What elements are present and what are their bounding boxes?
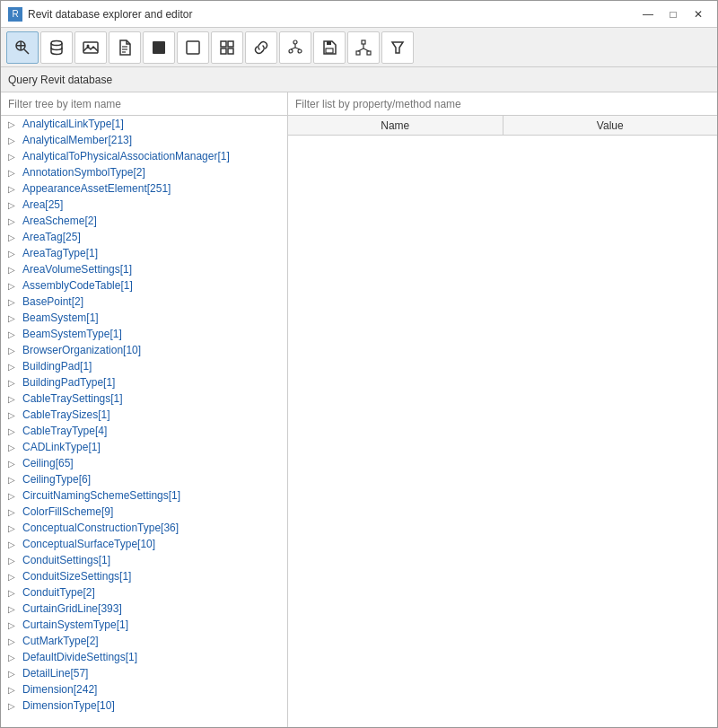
tree-item-label: CutMarkType (22, 635, 86, 647)
tree-item-label: AnalyticalToPhysicalAssociationManager (22, 150, 217, 162)
tree-item[interactable]: ▷Dimension [242] (1, 681, 287, 697)
tree-item[interactable]: ▷CeilingType [6] (1, 471, 287, 487)
tree-item[interactable]: ▷ConduitType [2] (1, 584, 287, 601)
tree-item[interactable]: ▷ConduitSizeSettings [1] (1, 568, 287, 584)
tree-item-label: BrowserOrganization (22, 344, 123, 356)
tree-item-count: [1] (217, 150, 229, 162)
square-icon (184, 39, 202, 57)
tree-item-expand-icon: ▷ (8, 168, 19, 178)
tree-item-expand-icon: ▷ (8, 297, 19, 307)
toolbar-tree-button[interactable] (279, 31, 311, 64)
tree-item-label: BasePoint (22, 295, 72, 308)
tree-filter-input[interactable] (1, 92, 287, 115)
toolbar-link-button[interactable] (245, 31, 277, 64)
tree-item[interactable]: ▷AnalyticalToPhysicalAssociationManager … (1, 148, 287, 164)
tree-item[interactable]: ▷DimensionType [10] (1, 697, 287, 714)
tree-item-count: [1] (88, 441, 100, 453)
tree-item-label: Ceiling (22, 457, 56, 469)
tree-item-expand-icon: ▷ (8, 281, 19, 291)
tree-item[interactable]: ▷Ceiling [65] (1, 455, 287, 471)
tree-item[interactable]: ▷ConceptualConstructionType [36] (1, 520, 287, 536)
tree-item-expand-icon: ▷ (8, 265, 19, 275)
tree-item[interactable]: ▷CurtainSystemType [1] (1, 617, 287, 633)
tree-item[interactable]: ▷CableTraySizes [1] (1, 407, 287, 423)
maximize-button[interactable]: □ (661, 5, 685, 23)
tree-item-expand-icon: ▷ (8, 362, 19, 372)
tree-item[interactable]: ▷BeamSystem [1] (1, 310, 287, 326)
document-icon (116, 39, 134, 57)
tree-item-count: [25] (63, 231, 81, 243)
filter-left (1, 92, 288, 115)
tree-panel[interactable]: ▷AnalyticalLinkType [1]▷AnalyticalMember… (1, 116, 288, 727)
tree-item[interactable]: ▷BeamSystemType [1] (1, 326, 287, 342)
tree-item-label: ConduitSizeSettings (22, 570, 119, 583)
tree-item-count: [1] (109, 328, 121, 340)
svg-point-4 (51, 40, 62, 45)
search-icon (13, 39, 31, 57)
tree-item-expand-icon: ▷ (8, 426, 19, 436)
tree-item[interactable]: ▷AnnotationSymbolType [2] (1, 164, 287, 180)
tree-item[interactable]: ▷AreaTag [25] (1, 229, 287, 245)
tree-item[interactable]: ▷Area [25] (1, 197, 287, 213)
query-bar: Query Revit database (1, 67, 717, 92)
tree-item[interactable]: ▷ConduitSettings [1] (1, 552, 287, 568)
tree-item-count: [2] (72, 295, 83, 308)
tree-item-label: DefaultDivideSettings (22, 651, 126, 663)
tree-item-label: Dimension (22, 683, 74, 696)
tree-item-expand-icon: ▷ (8, 636, 19, 646)
tree-item[interactable]: ▷ConceptualSurfaceType [10] (1, 536, 287, 552)
toolbar-grid-button[interactable] (211, 31, 243, 64)
tree-item[interactable]: ▷AreaTagType [1] (1, 245, 287, 261)
tree-item-label: AssemblyCodeTable (22, 279, 120, 292)
tree-item-count: [1] (126, 651, 137, 663)
minimize-button[interactable]: — (636, 5, 660, 23)
right-panel: Name Value (288, 116, 717, 727)
tree-item[interactable]: ▷CableTrayType [4] (1, 423, 287, 439)
toolbar-document-button[interactable] (109, 31, 141, 64)
tree-item[interactable]: ▷CurtainGridLine [393] (1, 601, 287, 617)
tree-item[interactable]: ▷BrowserOrganization [10] (1, 342, 287, 358)
toolbar-save-button[interactable] (313, 31, 346, 64)
toolbar-database-button[interactable] (40, 31, 73, 64)
tree-item-expand-icon: ▷ (8, 459, 19, 469)
tree-item[interactable]: ▷AreaScheme [2] (1, 213, 287, 229)
tree-item[interactable]: ▷AssemblyCodeTable [1] (1, 277, 287, 294)
tree-item[interactable]: ▷BuildingPad [1] (1, 358, 287, 374)
tree-item[interactable]: ▷DetailLine [57] (1, 665, 287, 681)
tree-item[interactable]: ▷CutMarkType [2] (1, 633, 287, 649)
table-body (288, 136, 717, 727)
tree-item-label: ConceptualSurfaceType (22, 538, 137, 550)
filled-square-icon (150, 39, 168, 57)
toolbar-network-button[interactable] (347, 31, 380, 64)
toolbar-filter-button[interactable] (381, 31, 414, 64)
toolbar-image-button[interactable] (74, 31, 107, 64)
tree-item-count: [1] (98, 408, 109, 421)
tree-item-expand-icon: ▷ (8, 653, 19, 662)
toolbar-filled-square-button[interactable] (143, 31, 175, 64)
tree-item[interactable]: ▷AppearanceAssetElement [251] (1, 180, 287, 197)
property-filter-input[interactable] (288, 92, 717, 115)
close-button[interactable]: ✕ (687, 5, 710, 23)
tree-item[interactable]: ▷CADLinkType [1] (1, 439, 287, 455)
tree-item[interactable]: ▷CableTraySettings [1] (1, 390, 287, 407)
tree-item[interactable]: ▷CircuitNamingSchemeSettings [1] (1, 487, 287, 504)
filter-row (1, 92, 717, 116)
tree-item-label: CurtainSystemType (22, 618, 117, 631)
svg-rect-22 (327, 41, 331, 45)
tree-item[interactable]: ▷ColorFillScheme [9] (1, 504, 287, 520)
svg-rect-26 (367, 51, 371, 55)
tree-item-expand-icon: ▷ (8, 669, 19, 679)
tree-item[interactable]: ▷AnalyticalMember [213] (1, 132, 287, 148)
tree-item-expand-icon: ▷ (8, 249, 19, 259)
tree-item[interactable]: ▷BasePoint [2] (1, 294, 287, 310)
tree-item-count: [9] (101, 505, 113, 518)
content-area: ▷AnalyticalLinkType [1]▷AnalyticalMember… (1, 116, 717, 727)
tree-item-count: [6] (79, 473, 91, 486)
tree-item[interactable]: ▷BuildingPadType [1] (1, 374, 287, 390)
toolbar-search-button[interactable] (6, 31, 39, 64)
tree-item-expand-icon: ▷ (8, 200, 19, 210)
tree-item[interactable]: ▷DefaultDivideSettings [1] (1, 649, 287, 665)
toolbar-square-button[interactable] (177, 31, 209, 64)
tree-item[interactable]: ▷AreaVolumeSettings [1] (1, 261, 287, 277)
tree-item[interactable]: ▷AnalyticalLinkType [1] (1, 116, 287, 132)
